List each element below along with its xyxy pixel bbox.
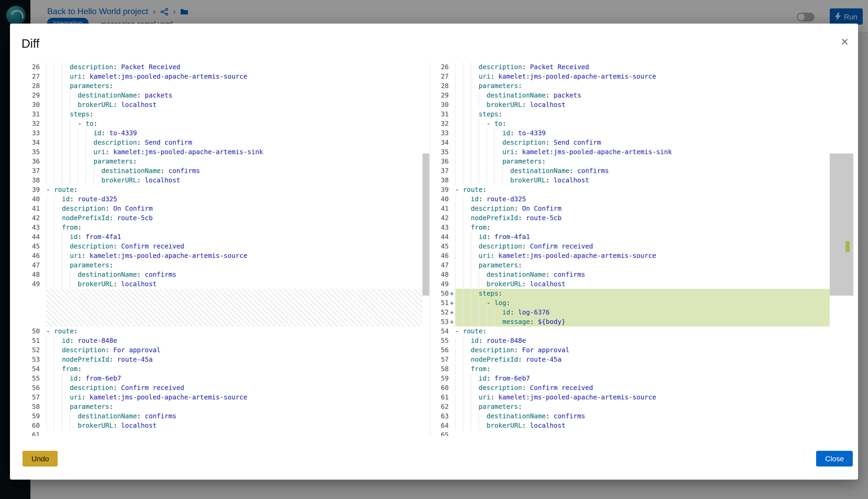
code-line[interactable]: 37 destinationName: confirms [21, 166, 430, 175]
indent-guide [471, 289, 471, 298]
modified-scrollbar[interactable] [830, 62, 853, 436]
code-line[interactable]: 32 - to: [430, 119, 830, 129]
code-text [455, 430, 830, 436]
code-line[interactable]: 26 description: Packet Received [21, 62, 430, 72]
modal-close-button[interactable]: × [839, 33, 851, 50]
code-line[interactable]: 53 nodePrefixId: route-45a [21, 355, 430, 364]
code-line[interactable]: 40 id: route-d325 [21, 194, 430, 204]
code-line[interactable]: 49 brokerURL: localhost [21, 279, 430, 289]
code-line[interactable]: 42 nodePrefixId: route-5cb [21, 213, 430, 223]
code-line[interactable]: 55 id: from-6eb7 [21, 374, 430, 383]
code-line[interactable]: 45 description: Confirm received [430, 242, 830, 251]
code-line[interactable]: 31 steps: [21, 110, 430, 119]
code-line[interactable]: 61 uri: kamelet:jms-pooled-apache-artemi… [430, 393, 830, 402]
line-number: 45 [21, 242, 40, 251]
code-line[interactable]: 57 uri: kamelet:jms-pooled-apache-artemi… [21, 393, 430, 402]
line-number: 57 [21, 393, 40, 402]
code-line[interactable]: 51 id: route-848e [21, 336, 430, 345]
code-line[interactable]: 36 parameters: [430, 157, 830, 166]
code-line[interactable]: 46 uri: kamelet:jms-pooled-apache-artemi… [430, 251, 830, 260]
code-text: parameters: [455, 157, 830, 166]
code-line[interactable]: 30 brokerURL: localhost [430, 100, 830, 110]
code-line[interactable]: 52+ id: log-6376 [430, 308, 830, 317]
code-line[interactable]: 39- route: [430, 185, 830, 194]
indent-guide [62, 232, 62, 242]
code-line[interactable]: 54- route: [430, 327, 830, 336]
code-line[interactable]: 34 description: Send confirm [430, 138, 830, 147]
code-line[interactable]: 47 parameters: [430, 260, 830, 270]
code-line[interactable]: 33 id: to-4339 [21, 129, 430, 138]
diff-sign [449, 355, 455, 364]
code-line[interactable]: 53+ message: ${body} [430, 317, 830, 327]
code-line[interactable]: 31 steps: [430, 110, 830, 119]
code-line[interactable]: 44 id: from-4fa1 [430, 232, 830, 242]
code-line[interactable]: 40 id: route-d325 [430, 194, 830, 204]
code-line[interactable]: 44 id: from-4fa1 [21, 232, 430, 242]
code-line[interactable]: 58 from: [430, 364, 830, 374]
scrollbar-thumb[interactable] [830, 154, 853, 296]
code-line[interactable]: 47 parameters: [21, 260, 430, 270]
code-line[interactable]: 49 brokerURL: localhost [430, 279, 830, 289]
code-line[interactable]: 29 destinationName: packets [21, 91, 430, 100]
code-line[interactable]: 45 description: Confirm received [21, 242, 430, 251]
code-line[interactable]: 48 destinationName: confirms [430, 270, 830, 279]
code-line[interactable]: 43 from: [430, 223, 830, 232]
code-line[interactable]: 34 description: Send confirm [21, 138, 430, 147]
code-line[interactable]: 38 brokerURL: localhost [21, 175, 430, 185]
diff-sign [40, 213, 46, 223]
code-line[interactable]: 57 nodePrefixId: route-45a [430, 355, 830, 364]
diff-sign [40, 204, 46, 213]
code-line[interactable]: 48 destinationName: confirms [21, 270, 430, 279]
code-line[interactable]: 65 [430, 430, 830, 436]
code-line[interactable]: 42 nodePrefixId: route-5cb [430, 213, 830, 223]
code-line[interactable]: 56 description: Confirm received [21, 383, 430, 393]
code-line[interactable]: 28 parameters: [21, 81, 430, 91]
code-line[interactable]: 54 from: [21, 364, 430, 374]
diff-sign [40, 223, 46, 232]
code-line[interactable]: 43 from: [21, 223, 430, 232]
code-line[interactable]: 60 description: Confirm received [430, 383, 830, 393]
code-line[interactable]: 35 uri: kamelet:jms-pooled-apache-artemi… [21, 147, 430, 157]
code-line[interactable]: 27 uri: kamelet:jms-pooled-apache-artemi… [21, 72, 430, 81]
code-line[interactable]: 30 brokerURL: localhost [21, 100, 430, 110]
code-line[interactable]: 50- route: [21, 327, 430, 336]
code-line[interactable]: 58 parameters: [21, 402, 430, 412]
code-line[interactable]: 26 description: Packet Received [430, 62, 830, 72]
undo-button[interactable]: Undo [23, 451, 58, 466]
code-line[interactable]: 64 brokerURL: localhost [430, 421, 830, 430]
code-line[interactable]: 62 parameters: [430, 402, 830, 412]
code-line[interactable]: 55 id: route-848e [430, 336, 830, 345]
code-line[interactable]: 61 [21, 430, 430, 436]
code-line[interactable]: 35 uri: kamelet:jms-pooled-apache-artemi… [430, 147, 830, 157]
original-scrollbar[interactable] [423, 62, 429, 436]
diff-sign [449, 129, 455, 138]
code-line[interactable]: 27 uri: kamelet:jms-pooled-apache-artemi… [430, 72, 830, 81]
code-line[interactable]: 39- route: [21, 185, 430, 194]
code-line[interactable]: 41 description: On Confirm [21, 204, 430, 213]
diff-sign [40, 185, 46, 194]
code-line[interactable]: 60 brokerURL: localhost [21, 421, 430, 430]
code-text: id: route-848e [455, 336, 830, 345]
code-line[interactable]: 41 description: On Confirm [430, 204, 830, 213]
code-line[interactable]: 52 description: For approval [21, 345, 430, 355]
code-line[interactable]: 33 id: to-4339 [430, 129, 830, 138]
code-line[interactable]: 37 destinationName: confirms [430, 166, 830, 175]
code-line[interactable]: 63 destinationName: confirms [430, 412, 830, 421]
code-line[interactable]: 28 parameters: [430, 81, 830, 91]
code-line[interactable]: 59 destinationName: confirms [21, 412, 430, 421]
code-line[interactable]: 56 description: For approval [430, 345, 830, 355]
line-number: 44 [21, 232, 40, 242]
code-line[interactable]: 36 parameters: [21, 157, 430, 166]
code-line[interactable]: 59 id: from-6eb7 [430, 374, 830, 383]
diff-sign [449, 72, 455, 81]
line-number: 47 [21, 260, 40, 270]
code-line[interactable]: 29 destinationName: packets [430, 91, 830, 100]
code-line[interactable]: 46 uri: kamelet:jms-pooled-apache-artemi… [21, 251, 430, 260]
code-line[interactable]: 32 - to: [21, 119, 430, 129]
code-line[interactable]: 38 brokerURL: localhost [430, 175, 830, 185]
code-line[interactable]: 51+ - log: [430, 298, 830, 308]
scrollbar-thumb[interactable] [423, 154, 429, 296]
indent-guide [479, 421, 479, 430]
close-button[interactable]: Close [816, 451, 853, 466]
code-line[interactable]: 50+ steps: [430, 289, 830, 298]
